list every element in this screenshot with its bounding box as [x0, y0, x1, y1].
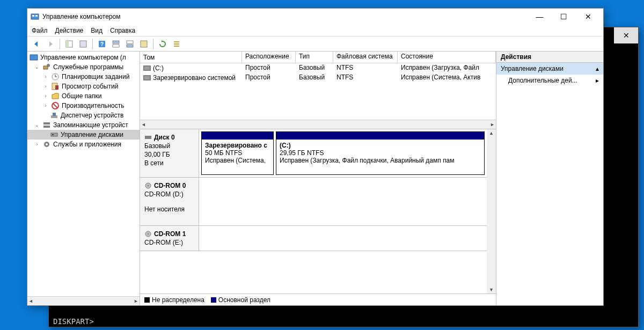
list-button[interactable]	[171, 38, 182, 50]
disk-vertical-scrollbar[interactable]: ▲▼	[487, 129, 496, 294]
actions-section-diskmgmt[interactable]: Управление дисками ▴	[496, 63, 603, 75]
window-title: Управление компьютером	[42, 13, 528, 20]
svg-point-33	[46, 143, 48, 145]
disk-row-cdrom1[interactable]: CD-ROM 1 CD-ROM (E:)	[140, 226, 487, 251]
svg-rect-8	[113, 41, 119, 43]
svg-rect-2	[35, 15, 38, 17]
svg-rect-31	[52, 134, 54, 135]
disk-row-0[interactable]: Диск 0 Базовый 30,00 ГБ В сети Зарезерви…	[140, 129, 487, 178]
titlebar[interactable]: Управление компьютером — ☐ ✕	[27, 9, 603, 25]
close-button[interactable]: ✕	[576, 9, 600, 24]
tree-system-tools[interactable]: ⌄ Служебные программы	[27, 62, 140, 72]
settings-button[interactable]	[138, 38, 150, 50]
view-top-button[interactable]	[110, 38, 122, 50]
cmd-close-button[interactable]: ✕	[614, 27, 638, 43]
properties-button[interactable]	[77, 38, 89, 50]
volume-row[interactable]: Зарезервировано системой Простой Базовый…	[140, 73, 496, 83]
menu-help[interactable]: Справка	[110, 27, 135, 34]
tree-disk-management[interactable]: Управление дисками	[27, 130, 140, 140]
legend-unallocated: Не распределена	[144, 296, 204, 304]
forward-button[interactable]	[45, 38, 56, 50]
disk-graphic-view: Диск 0 Базовый 30,00 ГБ В сети Зарезерви…	[140, 129, 496, 305]
legend-primary: Основной раздел	[211, 296, 270, 304]
actions-more[interactable]: Дополнительные дей... ▸	[496, 75, 603, 86]
collapse-icon: ▴	[596, 65, 599, 72]
menu-view[interactable]: Вид	[91, 27, 103, 34]
actions-panel: Действия Управление дисками ▴ Дополнител…	[496, 52, 603, 305]
tree-panel: Управление компьютером (л ⌄ Служебные пр…	[27, 52, 140, 305]
volume-list-header[interactable]: Том Расположение Тип Файловая система Со…	[140, 52, 496, 63]
center-panel: Том Расположение Тип Файловая система Со…	[140, 52, 496, 305]
svg-rect-27	[53, 113, 56, 116]
svg-rect-9	[113, 45, 119, 47]
svg-rect-30	[51, 133, 57, 136]
svg-rect-10	[127, 41, 133, 43]
tree-scrollbar[interactable]: ◄►	[27, 296, 140, 305]
legend: Не распределена Основной раздел	[140, 294, 496, 305]
col-layout[interactable]: Расположение	[242, 52, 296, 63]
cmd-prompt-text: DISKPART>	[53, 317, 94, 326]
svg-rect-35	[144, 67, 150, 70]
tree-performance[interactable]: › Производительность	[27, 101, 140, 111]
disk-info[interactable]: Диск 0 Базовый 30,00 ГБ В сети	[140, 129, 199, 177]
svg-rect-37	[144, 76, 150, 79]
chevron-right-icon: ▸	[596, 77, 599, 84]
col-status[interactable]: Состояние	[398, 52, 496, 63]
volume-list-scrollbar[interactable]: ◄►	[140, 120, 496, 129]
svg-rect-28	[43, 122, 50, 124]
disk-row-cdrom0[interactable]: CD-ROM 0 CD-ROM (D:) Нет носителя	[140, 178, 487, 226]
svg-rect-4	[66, 41, 69, 47]
svg-rect-23	[55, 85, 58, 90]
show-hide-tree-button[interactable]	[63, 38, 75, 50]
tree-storage[interactable]: ⌄ Запоминающие устройст	[27, 120, 140, 130]
svg-rect-16	[30, 55, 38, 60]
nav-tree[interactable]: Управление компьютером (л ⌄ Служебные пр…	[27, 52, 140, 296]
col-filesystem[interactable]: Файловая система	[333, 52, 398, 63]
help-button[interactable]: ?	[96, 38, 108, 50]
refresh-button[interactable]	[157, 38, 169, 50]
tree-task-scheduler[interactable]: › Планировщик заданий	[27, 72, 140, 82]
menu-action[interactable]: Действие	[55, 27, 84, 34]
tree-device-manager[interactable]: Диспетчер устройств	[27, 111, 140, 120]
back-button[interactable]	[31, 38, 42, 50]
window-controls: — ☐ ✕	[528, 9, 600, 24]
svg-rect-29	[43, 126, 50, 128]
svg-rect-1	[32, 15, 34, 17]
actions-header: Действия	[496, 52, 603, 63]
volume-row[interactable]: (C:) Простой Базовый NTFS Исправен (Загр…	[140, 63, 496, 73]
svg-point-42	[148, 233, 149, 234]
content-area: Управление компьютером (л ⌄ Служебные пр…	[27, 52, 603, 305]
svg-text:?: ?	[100, 41, 104, 47]
svg-line-25	[53, 104, 57, 108]
disk-info[interactable]: CD-ROM 0 CD-ROM (D:) Нет носителя	[140, 178, 199, 225]
svg-point-40	[148, 185, 149, 186]
svg-rect-11	[127, 45, 133, 47]
col-type[interactable]: Тип	[296, 52, 333, 63]
tree-shared-folders[interactable]: › Общие папки	[27, 91, 140, 101]
svg-rect-38	[145, 136, 151, 139]
partition-system-reserved[interactable]: Зарезервировано с 50 МБ NTFS Исправен (С…	[201, 131, 274, 175]
svg-rect-12	[141, 41, 147, 47]
volume-list: Том Расположение Тип Файловая система Со…	[140, 52, 496, 129]
svg-point-18	[47, 64, 50, 67]
view-bottom-button[interactable]	[124, 38, 136, 50]
col-volume[interactable]: Том	[140, 52, 242, 63]
tree-event-viewer[interactable]: › Просмотр событий	[27, 82, 140, 91]
disk-info[interactable]: CD-ROM 1 CD-ROM (E:)	[140, 226, 199, 251]
app-icon	[31, 12, 39, 21]
menubar: Файл Действие Вид Справка	[27, 25, 603, 36]
computer-management-window: Управление компьютером — ☐ ✕ Файл Действ…	[27, 8, 604, 306]
toolbar: ?	[27, 36, 603, 52]
tree-root[interactable]: Управление компьютером (л	[27, 53, 140, 62]
tree-services[interactable]: › Службы и приложения	[27, 140, 140, 149]
minimize-button[interactable]: —	[528, 9, 552, 24]
svg-rect-5	[80, 41, 86, 47]
maximize-button[interactable]: ☐	[552, 9, 576, 24]
menu-file[interactable]: Файл	[32, 27, 48, 34]
partition-c[interactable]: (C:) 29,95 ГБ NTFS Исправен (Загрузка, Ф…	[276, 131, 485, 175]
